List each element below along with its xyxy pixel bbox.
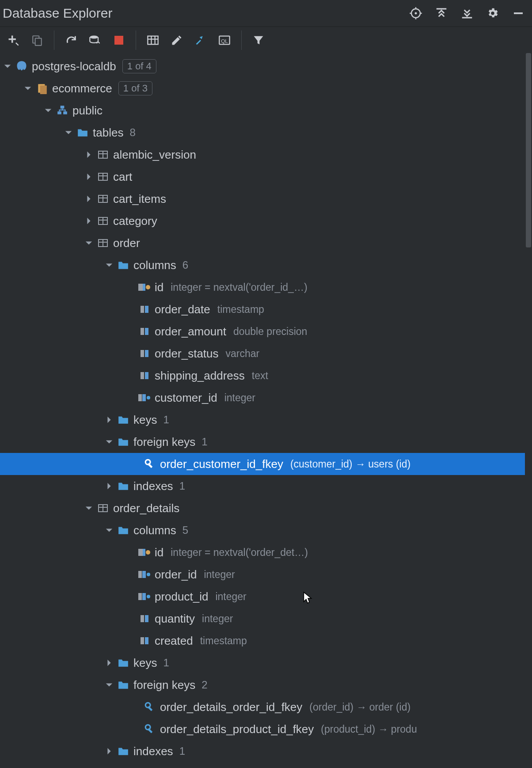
svg-rect-49 <box>141 615 144 622</box>
foreign-key-icon <box>143 700 156 714</box>
edit-icon[interactable] <box>169 32 185 48</box>
svg-rect-18 <box>138 284 143 291</box>
chevron-right-icon[interactable] <box>83 193 95 205</box>
primary-key-column-icon <box>138 281 151 294</box>
chevron-right-icon[interactable] <box>103 657 115 669</box>
tree-column[interactable]: product_id integer <box>0 586 532 608</box>
column-type: integer <box>202 613 233 625</box>
tree-database[interactable]: ecommerce 1 of 3 <box>0 77 532 99</box>
datasource-refresh-icon[interactable] <box>87 32 103 48</box>
svg-rect-19 <box>143 284 145 291</box>
filter-icon[interactable] <box>251 32 266 48</box>
tree-table-order-details[interactable]: order_details <box>0 497 532 519</box>
svg-point-4 <box>90 36 98 39</box>
collapse-down-icon[interactable] <box>459 5 475 22</box>
chevron-down-icon[interactable] <box>83 502 95 514</box>
chevron-down-icon[interactable] <box>42 105 54 116</box>
tree-schema[interactable]: public <box>0 99 532 122</box>
chevron-right-icon[interactable] <box>83 171 95 182</box>
chevron-right-icon[interactable] <box>83 215 95 227</box>
tree-column[interactable]: id integer = nextval('order_det…) <box>0 541 532 563</box>
svg-rect-28 <box>141 372 144 379</box>
tree-table[interactable]: cart_items <box>0 188 532 210</box>
scrollbar-thumb[interactable] <box>526 53 531 247</box>
tree-foreign-keys-group[interactable]: foreign keys 1 <box>0 431 532 453</box>
chevron-down-icon[interactable] <box>63 127 74 138</box>
chevron-right-icon[interactable] <box>103 414 115 426</box>
tree-table-order[interactable]: order <box>0 232 532 254</box>
chevron-down-icon[interactable] <box>103 679 115 691</box>
collapse-up-icon[interactable] <box>433 5 450 22</box>
tree-connection[interactable]: postgres-localdb 1 of 4 <box>0 55 532 77</box>
fk-name: order_details_order_id_fkey <box>160 700 302 714</box>
tree-table[interactable]: category <box>0 210 532 232</box>
chevron-down-icon[interactable] <box>103 259 115 271</box>
tree-column[interactable]: order_date timestamp <box>0 298 532 320</box>
tree-column[interactable]: created timestamp <box>0 630 532 652</box>
tree-column[interactable]: order_id integer <box>0 563 532 586</box>
tree-column[interactable]: quantity integer <box>0 608 532 630</box>
svg-rect-25 <box>145 328 148 335</box>
tree-indexes-group[interactable]: indexes 1 <box>0 475 532 497</box>
navigate-icon[interactable] <box>193 32 209 48</box>
svg-rect-27 <box>145 350 148 357</box>
add-icon[interactable] <box>5 32 21 48</box>
chevron-right-icon[interactable] <box>103 480 115 492</box>
column-type: varchar <box>226 348 260 360</box>
gear-icon[interactable] <box>484 5 501 22</box>
keys-count: 1 <box>163 414 169 426</box>
keys-label: keys <box>133 656 157 670</box>
svg-rect-9 <box>40 86 47 95</box>
schema-name: public <box>72 104 103 118</box>
tree[interactable]: postgres-localdb 1 of 4 ecommerce 1 of 3… <box>0 53 532 768</box>
table-icon <box>96 214 110 228</box>
tree-foreign-key[interactable]: order_customer_id_fkey (customer_id) → u… <box>0 453 532 475</box>
tree-column[interactable]: customer_id integer <box>0 387 532 409</box>
chevron-right-icon[interactable] <box>83 149 95 160</box>
svg-rect-23 <box>145 306 148 313</box>
chevron-down-icon[interactable] <box>103 436 115 448</box>
chevron-right-icon[interactable] <box>103 745 115 757</box>
svg-rect-50 <box>145 615 148 622</box>
copy-icon[interactable] <box>29 32 45 48</box>
table-icon <box>96 192 110 205</box>
tree-foreign-key[interactable]: order_details_order_id_fkey (order_id) →… <box>0 696 532 718</box>
tree-column[interactable]: order_status varchar <box>0 342 532 365</box>
tree-foreign-key[interactable]: order_details_product_id_fkey (product_i… <box>0 718 532 740</box>
folder-icon <box>76 126 89 139</box>
chevron-down-icon[interactable] <box>103 525 115 536</box>
tree-column[interactable]: order_amount double precision <box>0 320 532 342</box>
chevron-down-icon[interactable] <box>2 61 13 72</box>
column-name: created <box>155 634 193 648</box>
target-icon[interactable] <box>407 5 424 22</box>
chevron-down-icon[interactable] <box>83 237 95 249</box>
columns-label: columns <box>133 259 176 272</box>
svg-rect-33 <box>147 397 148 399</box>
table-icon[interactable] <box>145 32 161 48</box>
tree-column[interactable]: shipping_address text <box>0 365 532 387</box>
tree-columns-group[interactable]: columns 5 <box>0 519 532 541</box>
stop-icon[interactable] <box>111 32 127 48</box>
fk-detail: (customer_id) → users (id) <box>290 458 410 470</box>
minimize-icon[interactable] <box>510 5 527 22</box>
column-icon <box>138 303 151 316</box>
scrollbar[interactable] <box>525 53 532 751</box>
tree-indexes-group[interactable]: indexes 1 <box>0 740 532 762</box>
tree-keys-group[interactable]: keys 1 <box>0 409 532 431</box>
tree-table[interactable]: alembic_version <box>0 144 532 166</box>
column-icon <box>138 612 151 625</box>
tree-column[interactable]: id integer = nextval('order_id_…) <box>0 276 532 298</box>
foreign-key-icon <box>143 722 156 736</box>
toolbar: QL <box>0 27 532 53</box>
folder-icon <box>117 745 130 758</box>
tree-tables-group[interactable]: tables 8 <box>0 122 532 144</box>
chevron-down-icon[interactable] <box>22 83 34 94</box>
tree-table[interactable]: cart <box>0 166 532 188</box>
tree-keys-group[interactable]: keys 1 <box>0 652 532 674</box>
tree-columns-group[interactable]: columns 6 <box>0 254 532 276</box>
console-icon[interactable]: QL <box>217 32 232 48</box>
refresh-icon[interactable] <box>63 32 79 48</box>
svg-rect-51 <box>141 637 144 644</box>
tree-foreign-keys-group[interactable]: foreign keys 2 <box>0 674 532 696</box>
table-name: order <box>113 236 140 250</box>
